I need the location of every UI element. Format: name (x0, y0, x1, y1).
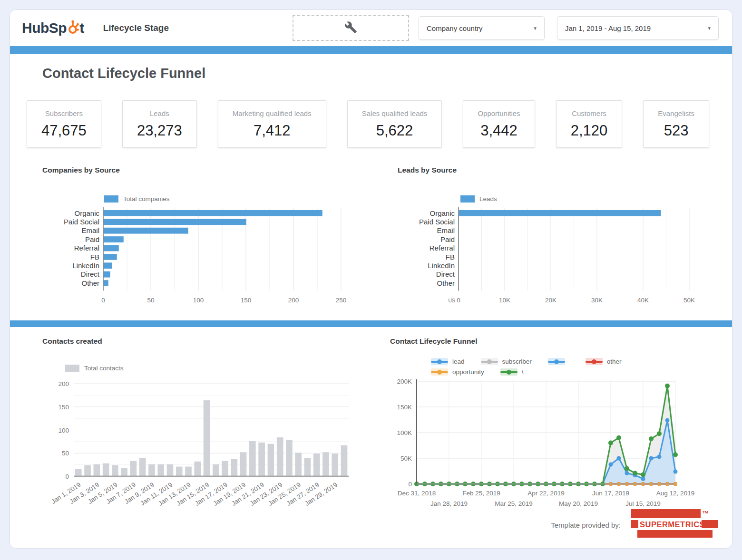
legend-swatch (65, 365, 79, 372)
svg-text:30K: 30K (591, 297, 603, 304)
kpi-card-opportunities: Opportunities 3,442 (463, 100, 535, 148)
legend-label: Total companies (123, 195, 170, 203)
svg-text:Paid: Paid (440, 235, 455, 243)
svg-text:Paid Social: Paid Social (64, 218, 99, 226)
chevron-down-icon: ▾ (534, 25, 537, 31)
svg-text:Email: Email (437, 226, 455, 234)
svg-text:Feb 25, 2019: Feb 25, 2019 (462, 490, 500, 497)
chart-title: Contact Lifecycle Funnel (390, 337, 704, 346)
edit-tools-button[interactable] (293, 15, 409, 41)
svg-text:FB: FB (90, 253, 99, 261)
svg-text:Other: Other (437, 279, 455, 287)
date-range-label: Jan 1, 2019 - Aug 15, 2019 (565, 24, 651, 32)
line-chart-legend: leadsubscriberotheropportunity\ (431, 358, 704, 376)
svg-text:40K: 40K (637, 297, 649, 304)
svg-text:50K: 50K (683, 297, 695, 304)
funnel-line-chart-svg: 050K100K150K200KDec 31, 2018Jan 28, 2019… (390, 377, 699, 520)
kpi-row: Subscribers 47,675 Leads 23,273 Marketin… (27, 100, 709, 148)
contacts-created-chart: Contacts created Total contacts 05010015… (42, 337, 356, 530)
header-accent-strip (10, 46, 732, 54)
company-country-label: Company country (427, 24, 483, 32)
charts-row-bottom: Contacts created Total contacts 05010015… (10, 337, 732, 530)
svg-text:Other: Other (81, 279, 99, 287)
svg-text:LinkedIn: LinkedIn (72, 261, 99, 270)
kpi-label: Leads (150, 109, 169, 117)
kpi-label: Evangelists (658, 109, 694, 117)
svg-text:Jan 28, 2019: Jan 28, 2019 (430, 500, 468, 507)
svg-text:FB: FB (446, 253, 455, 261)
kpi-label: Opportunities (478, 109, 520, 117)
chevron-down-icon: ▾ (708, 25, 711, 31)
svg-text:Paid: Paid (85, 235, 99, 243)
kpi-label: Marketing qualified leads (233, 109, 312, 117)
svg-text:Jun 17, 2019: Jun 17, 2019 (592, 490, 629, 497)
kpi-label: Subscribers (45, 109, 83, 117)
kpi-card-leads: Leads 23,273 (122, 100, 197, 148)
legend-item: subscriber (481, 358, 532, 365)
svg-text:Referral: Referral (74, 244, 99, 252)
kpi-card-evangelists: Evangelists 523 (643, 100, 709, 148)
kpi-value: 5,622 (376, 122, 413, 139)
supermetrics-logo: TM SUPERMETRICS (631, 509, 718, 541)
svg-text:150: 150 (241, 297, 252, 304)
kpi-label: Sales qualified leads (362, 109, 428, 117)
svg-text:0: 0 (65, 473, 69, 480)
svg-text:Referral: Referral (430, 244, 455, 252)
legend-item: opportunity (431, 368, 484, 376)
legend-swatch (460, 195, 475, 203)
chart-title: Companies by Source (42, 166, 356, 174)
kpi-label: Customers (572, 109, 606, 117)
section-divider-strip (10, 320, 732, 327)
legend-item: \ (500, 368, 524, 376)
svg-text:0: 0 (457, 297, 460, 304)
svg-text:Jul 15, 2019: Jul 15, 2019 (625, 500, 661, 507)
kpi-value: 2,120 (571, 122, 608, 139)
legend-item: lead (431, 358, 465, 365)
svg-text:TM: TM (703, 510, 708, 514)
svg-text:Dec 31, 2018: Dec 31, 2018 (398, 490, 436, 497)
footer-credit-text: Template provided by: (551, 521, 621, 529)
svg-text:150: 150 (58, 404, 69, 411)
footer: Template provided by: TM SUPERMETRICS (551, 509, 718, 541)
svg-text:100: 100 (193, 297, 204, 304)
chart-title: Contacts created (42, 337, 356, 346)
date-range-filter[interactable]: Jan 1, 2019 - Aug 15, 2019 ▾ (557, 16, 719, 40)
lifecycle-funnel-chart: Contact Lifecycle Funnel leadsubscribero… (390, 337, 704, 530)
hubspot-sprocket-icon (67, 20, 79, 35)
leads-bar-chart-svg: OrganicPaid SocialEmailPaidReferralFBLin… (398, 206, 704, 307)
svg-text:50K: 50K (400, 455, 412, 462)
svg-text:0: 0 (101, 297, 105, 304)
svg-text:Direct: Direct (81, 270, 100, 278)
svg-text:May 20, 2019: May 20, 2019 (559, 500, 598, 507)
hubspot-logo-tail: t (79, 20, 84, 36)
companies-by-source-chart: Companies by Source Total companies Orga… (42, 166, 356, 309)
svg-text:100K: 100K (397, 429, 412, 436)
hubspot-logo: HubSp t (22, 20, 84, 36)
contacts-bar-chart-svg: 050100150200Jan 1, 2019Jan 3, 2019Jan 5,… (42, 376, 356, 528)
legend-swatch (104, 195, 118, 203)
svg-text:Aug 12, 2019: Aug 12, 2019 (656, 490, 694, 497)
kpi-value: 3,442 (480, 122, 517, 139)
svg-text:150K: 150K (397, 404, 412, 411)
company-country-filter[interactable]: Company country ▾ (419, 16, 545, 40)
svg-text:200K: 200K (397, 378, 412, 385)
svg-text:Organic: Organic (74, 209, 99, 217)
kpi-value: 7,412 (254, 122, 291, 139)
chart-legend: Total companies (104, 195, 356, 203)
svg-text:0: 0 (408, 481, 412, 488)
chart-title: Leads by Source (398, 166, 704, 174)
svg-text:200: 200 (288, 297, 299, 304)
svg-text:Direct: Direct (436, 270, 455, 278)
legend-label: Total contacts (84, 365, 124, 372)
svg-text:Apr 22, 2019: Apr 22, 2019 (527, 490, 564, 497)
hubspot-logo-text: HubSp (22, 20, 67, 36)
svg-text:10K: 10K (499, 297, 510, 304)
kpi-card-sql: Sales qualified leads 5,622 (347, 100, 442, 148)
svg-text:200: 200 (58, 380, 69, 387)
leads-by-source-chart: Leads by Source Leads OrganicPaid Social… (398, 166, 704, 309)
dashboard-card: HubSp t Lifecycle Stage (10, 10, 732, 549)
svg-text:LinkedIn: LinkedIn (428, 261, 455, 270)
wrench-icon (344, 21, 357, 36)
svg-text:Organic: Organic (430, 209, 455, 217)
svg-text:Email: Email (81, 226, 99, 234)
